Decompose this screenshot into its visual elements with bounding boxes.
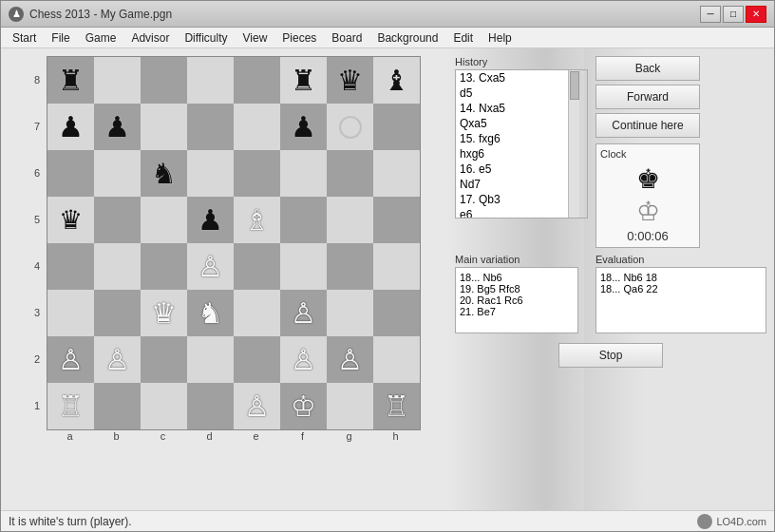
square-b6[interactable]: [94, 150, 141, 197]
square-e7[interactable]: [234, 104, 280, 150]
square-a5[interactable]: ♛: [47, 197, 94, 243]
menu-start[interactable]: Start: [5, 29, 44, 47]
square-f1[interactable]: ♔: [280, 383, 327, 429]
piece-b7: ♟: [104, 113, 130, 142]
square-e3[interactable]: [234, 290, 280, 336]
rank-4: 4: [28, 242, 47, 289]
square-g3[interactable]: [327, 290, 373, 336]
square-a6[interactable]: [47, 150, 94, 197]
square-g1[interactable]: [327, 383, 373, 429]
square-g5[interactable]: [327, 197, 373, 243]
square-c5[interactable]: [141, 197, 187, 243]
minimize-button[interactable]: ─: [700, 6, 721, 23]
square-c1[interactable]: [141, 383, 187, 429]
menu-pieces[interactable]: Pieces: [274, 29, 324, 47]
history-entry-2[interactable]: 14. Nxa5: [456, 101, 568, 116]
square-b1[interactable]: [94, 383, 141, 429]
title-bar-left: ♟ Chess 2013 - My Game.pgn: [9, 7, 172, 22]
square-a7[interactable]: ♟: [47, 104, 94, 150]
square-c8[interactable]: [141, 57, 187, 104]
square-d7[interactable]: [187, 104, 234, 150]
square-f4[interactable]: [280, 243, 327, 290]
history-entry-9[interactable]: e6: [456, 207, 568, 218]
square-f5[interactable]: [280, 197, 327, 243]
square-b3[interactable]: [94, 290, 141, 336]
square-g6[interactable]: [327, 150, 373, 197]
square-d3[interactable]: ♞: [187, 290, 234, 336]
square-g7[interactable]: [327, 104, 373, 150]
close-button[interactable]: ✕: [746, 6, 766, 23]
maximize-button[interactable]: □: [723, 6, 744, 23]
square-a3[interactable]: [47, 290, 94, 336]
back-button[interactable]: Back: [595, 56, 700, 81]
square-h6[interactable]: [373, 150, 420, 197]
history-entry-5[interactable]: hxg6: [456, 146, 568, 162]
menu-edit[interactable]: Edit: [445, 29, 481, 47]
square-b4[interactable]: [94, 243, 141, 290]
square-f6[interactable]: [280, 150, 327, 197]
square-h1[interactable]: ♖: [373, 383, 420, 429]
square-d8[interactable]: [187, 57, 234, 104]
square-f8[interactable]: ♜: [280, 57, 327, 104]
menu-difficulty[interactable]: Difficulty: [177, 29, 235, 47]
history-list[interactable]: 13. Cxa5 d5 14. Nxa5 Qxa5 15. fxg6 hxg6 …: [456, 70, 568, 218]
menu-view[interactable]: View: [236, 29, 275, 47]
history-scrollbar-thumb[interactable]: [570, 71, 579, 100]
square-b7[interactable]: ♟: [94, 104, 141, 150]
history-entry-3[interactable]: Qxa5: [456, 116, 568, 131]
square-h5[interactable]: [373, 197, 420, 243]
menu-advisor[interactable]: Advisor: [123, 29, 177, 47]
square-h2[interactable]: [373, 336, 420, 383]
square-h8[interactable]: ♝: [373, 57, 420, 104]
history-entry-6[interactable]: 16. e5: [456, 162, 568, 177]
square-b8[interactable]: [94, 57, 141, 104]
history-entry-1[interactable]: d5: [456, 86, 568, 101]
square-a8[interactable]: ♜: [47, 57, 94, 104]
square-d2[interactable]: [187, 336, 234, 383]
history-scrollbar[interactable]: [568, 70, 579, 218]
square-b5[interactable]: [94, 197, 141, 243]
history-entry-7[interactable]: Nd7: [456, 177, 568, 192]
square-c4[interactable]: [141, 243, 187, 290]
menu-file[interactable]: File: [44, 29, 77, 47]
history-entry-4[interactable]: 15. fxg6: [456, 131, 568, 146]
square-f3[interactable]: ♙: [280, 290, 327, 336]
square-e6[interactable]: [234, 150, 280, 197]
square-e1[interactable]: ♙: [234, 383, 280, 429]
square-h7[interactable]: [373, 104, 420, 150]
history-entry-0[interactable]: 13. Cxa5: [456, 70, 568, 86]
square-f7[interactable]: ♟: [280, 104, 327, 150]
square-h4[interactable]: [373, 243, 420, 290]
square-g2[interactable]: ♙: [327, 336, 373, 383]
square-d4[interactable]: ♙: [187, 243, 234, 290]
square-d5[interactable]: ♟: [187, 197, 234, 243]
square-g4[interactable]: [327, 243, 373, 290]
square-a1[interactable]: ♖: [47, 383, 94, 429]
square-d1[interactable]: [187, 383, 234, 429]
menu-background[interactable]: Background: [369, 29, 445, 47]
continue-here-button[interactable]: Continue here: [595, 113, 700, 138]
square-c7[interactable]: [141, 104, 187, 150]
square-e8[interactable]: [234, 57, 280, 104]
square-h3[interactable]: [373, 290, 420, 336]
square-e2[interactable]: [234, 336, 280, 383]
forward-button[interactable]: Forward: [595, 85, 700, 109]
history-entry-8[interactable]: 17. Qb3: [456, 192, 568, 207]
square-g8[interactable]: ♛: [327, 57, 373, 104]
stop-button[interactable]: Stop: [558, 343, 663, 368]
menu-game[interactable]: Game: [78, 29, 124, 47]
square-d6[interactable]: [187, 150, 234, 197]
chessboard[interactable]: LO4D.com ♜ ♜ ♛ ♝ ♟ ♟ ♟: [47, 56, 421, 430]
square-c3[interactable]: ♛: [141, 290, 187, 336]
square-f2[interactable]: ♙: [280, 336, 327, 383]
square-e4[interactable]: [234, 243, 280, 290]
square-a4[interactable]: [47, 243, 94, 290]
menu-board[interactable]: Board: [324, 29, 369, 47]
square-a2[interactable]: ♙: [47, 336, 94, 383]
square-c6[interactable]: ♞: [141, 150, 187, 197]
square-b2[interactable]: ♙: [94, 336, 141, 383]
square-e5[interactable]: ♗: [234, 197, 280, 243]
menu-help[interactable]: Help: [481, 29, 520, 47]
square-c2[interactable]: [141, 336, 187, 383]
window-title: Chess 2013 - My Game.pgn: [29, 8, 172, 21]
